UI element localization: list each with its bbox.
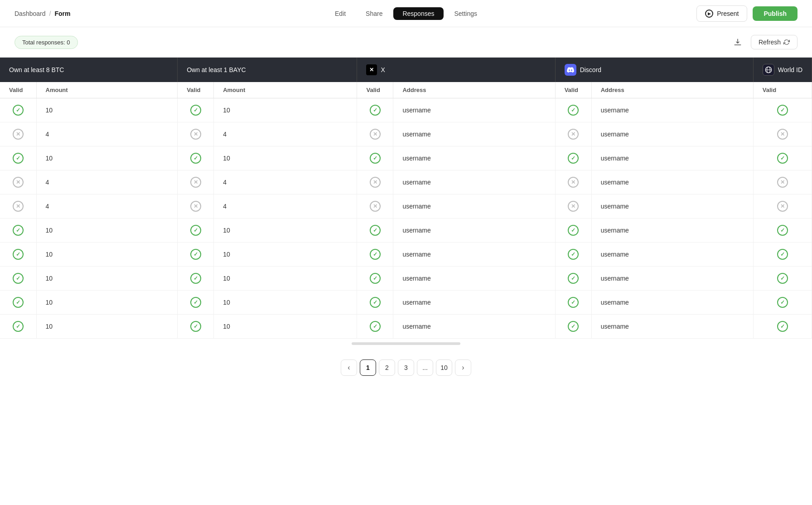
- refresh-button[interactable]: Refresh: [751, 35, 798, 49]
- worldid-valid-cell: ✓: [753, 243, 812, 267]
- pagination: ‹ 1 2 3 ... 10 ›: [0, 349, 812, 387]
- check-icon: ✓: [370, 153, 381, 164]
- check-icon: ✓: [777, 273, 788, 284]
- sub-header-btc-valid: Valid: [0, 82, 36, 98]
- x-address-cell: username: [393, 267, 555, 291]
- btc-valid-cell: ✓: [0, 146, 36, 170]
- col-group-btc: Own at least 8 BTC: [0, 58, 178, 82]
- worldid-valid-cell: ✕: [753, 170, 812, 194]
- btc-valid-cell: ✓: [0, 98, 36, 122]
- discord-valid-cell: ✓: [555, 219, 591, 243]
- sub-header-bayc-amount: Amount: [214, 82, 357, 98]
- worldid-valid-cell: ✕: [753, 122, 812, 146]
- cross-icon: ✕: [568, 129, 579, 140]
- cross-icon: ✕: [370, 177, 381, 188]
- check-icon: ✓: [13, 273, 24, 284]
- x-valid-cell: ✓: [357, 315, 393, 339]
- worldid-valid-cell: ✓: [753, 291, 812, 315]
- cross-icon: ✕: [190, 201, 201, 212]
- discord-address-cell: username: [591, 170, 753, 194]
- cross-icon: ✕: [777, 177, 788, 188]
- responses-table-container: Own at least 8 BTC Own at least 1 BAYC ✕…: [0, 57, 812, 339]
- check-icon: ✓: [190, 297, 201, 308]
- breadcrumb-dashboard[interactable]: Dashboard: [14, 10, 46, 17]
- table-row: ✓ 10 ✓ 10 ✓ username ✓ username ✓: [0, 98, 812, 122]
- check-icon: ✓: [190, 105, 201, 116]
- bayc-valid-cell: ✕: [178, 170, 214, 194]
- check-icon: ✓: [370, 225, 381, 236]
- check-icon: ✓: [13, 225, 24, 236]
- check-icon: ✓: [13, 297, 24, 308]
- page-button-10[interactable]: 10: [436, 359, 452, 376]
- bayc-valid-cell: ✓: [178, 291, 214, 315]
- page-button-3[interactable]: 3: [398, 359, 414, 376]
- present-label: Present: [717, 10, 739, 17]
- next-page-button[interactable]: ›: [455, 359, 471, 376]
- horizontal-scrollbar[interactable]: [352, 342, 460, 345]
- cross-icon: ✕: [13, 201, 24, 212]
- bayc-amount-cell: 10: [214, 146, 357, 170]
- check-icon: ✓: [777, 105, 788, 116]
- discord-address-cell: username: [591, 146, 753, 170]
- page-button-1[interactable]: 1: [360, 359, 376, 376]
- toolbar-right: Refresh: [730, 34, 798, 50]
- check-icon: ✓: [370, 273, 381, 284]
- discord-valid-cell: ✓: [555, 267, 591, 291]
- sub-header-btc-amount: Amount: [36, 82, 178, 98]
- discord-valid-cell: ✕: [555, 122, 591, 146]
- bayc-amount-cell: 10: [214, 219, 357, 243]
- table-row: ✕ 4 ✕ 4 ✕ username ✕ username ✕: [0, 194, 812, 219]
- check-icon: ✓: [777, 297, 788, 308]
- prev-page-button[interactable]: ‹: [341, 359, 357, 376]
- check-icon: ✓: [777, 153, 788, 164]
- worldid-valid-cell: ✓: [753, 219, 812, 243]
- x-address-cell: username: [393, 98, 555, 122]
- x-address-cell: username: [393, 315, 555, 339]
- x-address-cell: username: [393, 122, 555, 146]
- tab-edit[interactable]: Edit: [326, 7, 355, 20]
- tab-responses[interactable]: Responses: [393, 7, 443, 20]
- btc-valid-cell: ✕: [0, 194, 36, 219]
- present-button[interactable]: ▶ Present: [696, 5, 747, 22]
- sub-header-bayc-valid: Valid: [178, 82, 214, 98]
- table-row: ✓ 10 ✓ 10 ✓ username ✓ username ✓: [0, 267, 812, 291]
- bayc-amount-cell: 4: [214, 122, 357, 146]
- check-icon: ✓: [370, 297, 381, 308]
- bayc-amount-cell: 4: [214, 194, 357, 219]
- check-icon: ✓: [370, 249, 381, 260]
- discord-valid-cell: ✓: [555, 98, 591, 122]
- discord-valid-cell: ✓: [555, 291, 591, 315]
- publish-button[interactable]: Publish: [753, 6, 798, 21]
- cross-icon: ✕: [777, 201, 788, 212]
- cross-icon: ✕: [190, 177, 201, 188]
- download-button[interactable]: [730, 34, 745, 50]
- discord-valid-cell: ✓: [555, 146, 591, 170]
- btc-valid-cell: ✓: [0, 219, 36, 243]
- bayc-valid-cell: ✕: [178, 194, 214, 219]
- refresh-label: Refresh: [759, 39, 781, 46]
- check-icon: ✓: [190, 273, 201, 284]
- table-row: ✓ 10 ✓ 10 ✓ username ✓ username ✓: [0, 243, 812, 267]
- cross-icon: ✕: [568, 201, 579, 212]
- check-icon: ✓: [370, 321, 381, 332]
- btc-valid-cell: ✓: [0, 243, 36, 267]
- x-address-cell: username: [393, 146, 555, 170]
- page-button-ellipsis[interactable]: ...: [417, 359, 433, 376]
- refresh-icon: [783, 39, 790, 45]
- discord-address-cell: username: [591, 98, 753, 122]
- tab-settings[interactable]: Settings: [445, 7, 486, 20]
- x-address-cell: username: [393, 194, 555, 219]
- tab-share[interactable]: Share: [357, 7, 392, 20]
- bayc-amount-cell: 10: [214, 315, 357, 339]
- x-address-cell: username: [393, 243, 555, 267]
- btc-amount-cell: 4: [36, 194, 178, 219]
- cross-icon: ✕: [13, 177, 24, 188]
- x-address-cell: username: [393, 219, 555, 243]
- page-button-2[interactable]: 2: [379, 359, 395, 376]
- btc-valid-cell: ✓: [0, 291, 36, 315]
- col-group-discord: Discord: [555, 58, 753, 82]
- discord-address-cell: username: [591, 315, 753, 339]
- x-valid-cell: ✕: [357, 194, 393, 219]
- worldid-valid-cell: ✓: [753, 315, 812, 339]
- bayc-valid-cell: ✓: [178, 219, 214, 243]
